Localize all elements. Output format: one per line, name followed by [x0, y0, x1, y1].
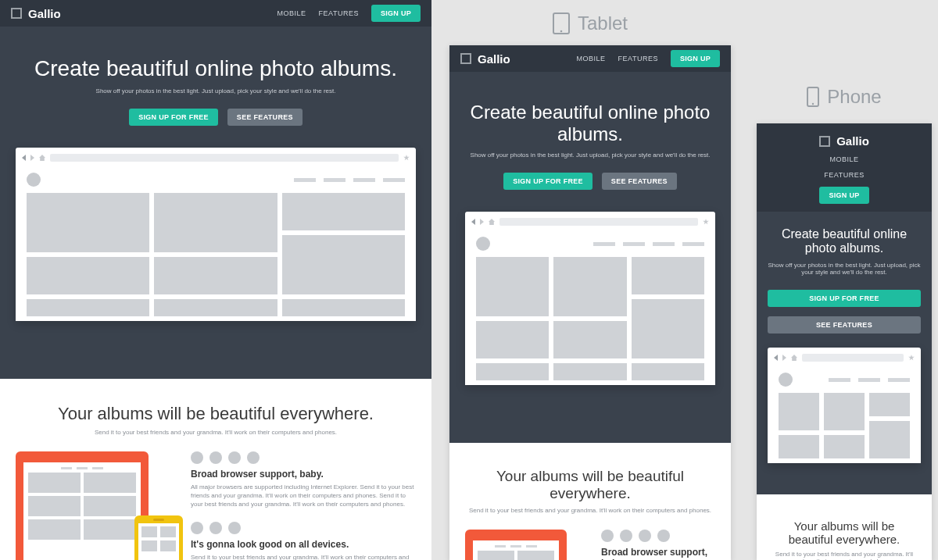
see-features-button[interactable]: SEE FEATURES — [768, 316, 921, 334]
safari-icon — [247, 451, 260, 464]
nav-placeholder — [294, 178, 405, 182]
section2-subline: Send it to your best friends and your gr… — [772, 551, 916, 560]
hero-headline: Create beautiful online photo albums. — [768, 227, 921, 255]
url-bar — [499, 218, 698, 226]
tablet-illustration — [465, 530, 567, 560]
phone-icon — [807, 87, 819, 107]
bookmark-star-icon — [403, 155, 410, 161]
brand-logo[interactable]: Gallio — [819, 134, 869, 148]
crop-icon — [11, 8, 22, 19]
home-icon — [489, 219, 495, 225]
nav-link-mobile[interactable]: MOBILE — [829, 155, 858, 163]
gallery-tile — [282, 235, 405, 294]
forward-icon — [30, 155, 34, 161]
viewport-label-tablet-text: Tablet — [578, 12, 628, 34]
feature-devices-title: It's gonna look good on all devices. — [191, 539, 416, 550]
gallery-tile — [282, 299, 405, 316]
avatar-placeholder-icon — [779, 373, 793, 387]
avatar-placeholder-icon — [476, 237, 490, 251]
viewport-phone: Gallio MOBILE FEATURES SIGN UP Create be… — [757, 123, 932, 560]
chrome-icon — [601, 530, 614, 542]
signup-button[interactable]: SIGN UP — [371, 5, 421, 22]
brand-name: Gallio — [478, 52, 510, 66]
browser-mockup — [465, 212, 715, 385]
feature-devices-body: Send it to your best friends and your gr… — [191, 553, 416, 560]
bookmark-star-icon — [908, 355, 915, 361]
signup-free-button[interactable]: SIGN UP FOR FREE — [768, 290, 921, 307]
site-header: Gallio MOBILE FEATURES SIGN UP — [0, 0, 431, 27]
back-icon — [471, 219, 475, 225]
site-header: Gallio MOBILE FEATURES SIGN UP — [449, 45, 731, 72]
crop-icon — [819, 136, 830, 147]
gallery-tile — [282, 193, 405, 230]
svg-point-3 — [812, 103, 814, 105]
nav-link-mobile[interactable]: MOBILE — [277, 9, 306, 17]
hero-cta-row: SIGN UP FOR FREE SEE FEATURES — [16, 109, 416, 126]
signup-button[interactable]: SIGN UP — [671, 50, 720, 67]
svg-point-1 — [560, 30, 563, 33]
viewport-tablet: Gallio MOBILE FEATURES SIGN UP Create be… — [449, 45, 731, 560]
see-features-button[interactable]: SEE FEATURES — [602, 173, 677, 190]
signup-free-button[interactable]: SIGN UP FOR FREE — [503, 173, 593, 190]
tablet-column: Tablet Gallio MOBILE FEATURES SIGN UP Cr… — [442, 0, 739, 560]
feature-browser-support: Broad browser support, baby. All major b… — [191, 451, 416, 509]
hero-subline: Show off your photos in the best light. … — [768, 262, 921, 276]
home-icon — [39, 155, 45, 161]
section-everywhere: Your albums will be beautiful everywhere… — [757, 494, 932, 560]
url-bar — [802, 354, 904, 362]
feature-browser-title: Broad browser support, baby. — [191, 469, 416, 480]
back-icon — [22, 155, 26, 161]
site-header: Gallio MOBILE FEATURES SIGN UP — [757, 123, 932, 212]
viewport-label-phone-text: Phone — [827, 86, 881, 108]
tablet-icon — [553, 12, 570, 34]
url-bar — [50, 154, 399, 162]
primary-nav: MOBILE FEATURES SIGN UP — [819, 155, 868, 204]
apple-icon — [191, 522, 203, 534]
section-everywhere: Your albums will be beautiful everywhere… — [449, 443, 731, 560]
section2-headline: Your albums will be beautiful everywhere… — [772, 519, 916, 546]
nav-link-mobile[interactable]: MOBILE — [577, 55, 606, 62]
devices-illustration — [16, 451, 172, 560]
feature-browser-support: Broad browser support, baby. All major b… — [601, 530, 715, 560]
see-features-button[interactable]: SEE FEATURES — [227, 109, 303, 126]
ie-icon — [228, 451, 241, 464]
brand-name: Gallio — [28, 7, 61, 20]
chrome-icon — [191, 451, 203, 464]
brand-name: Gallio — [836, 134, 869, 148]
section2-subline: Send it to your best friends and your gr… — [16, 429, 416, 436]
section2-subline: Send it to your best friends and your gr… — [465, 507, 715, 514]
safari-icon — [657, 530, 670, 542]
primary-nav: MOBILE FEATURES SIGN UP — [277, 5, 421, 22]
feature-browser-body: All major browsers are supported includi… — [191, 483, 416, 509]
nav-link-features[interactable]: FEATURES — [824, 171, 864, 179]
brand-logo[interactable]: Gallio — [11, 7, 61, 20]
gallery-mock — [22, 168, 410, 321]
hero-subline: Show off your photos in the best light. … — [465, 152, 715, 159]
browser-mockup — [768, 348, 921, 463]
nav-link-features[interactable]: FEATURES — [319, 9, 359, 17]
hero-headline: Create beautiful online photo albums. — [465, 102, 715, 145]
hero-section: Create beautiful online photo albums. Sh… — [0, 27, 431, 379]
brand-logo[interactable]: Gallio — [460, 52, 510, 66]
nav-link-features[interactable]: FEATURES — [618, 55, 658, 62]
signup-free-button[interactable]: SIGN UP FOR FREE — [129, 109, 218, 126]
android-icon — [209, 522, 222, 534]
phone-illustration — [134, 515, 183, 560]
hero-headline: Create beautiful online photo albums. — [16, 56, 416, 81]
primary-nav: MOBILE FEATURES SIGN UP — [577, 50, 720, 67]
section2-headline: Your albums will be beautiful everywhere… — [465, 468, 715, 502]
hero-section: Create beautiful online photo albums. Sh… — [757, 212, 932, 494]
viewport-desktop: Gallio MOBILE FEATURES SIGN UP Create be… — [0, 0, 431, 560]
phone-column: Phone Gallio MOBILE FEATURES SIGN UP Cre… — [750, 86, 938, 560]
ie-icon — [639, 530, 651, 542]
section-everywhere: Your albums will be beautiful everywhere… — [0, 379, 431, 560]
avatar-placeholder-icon — [27, 173, 41, 187]
viewport-label-phone: Phone — [750, 86, 938, 123]
features-column: Broad browser support, baby. All major b… — [191, 451, 416, 560]
feature-all-devices: It's gonna look good on all devices. Sen… — [191, 522, 416, 560]
firefox-icon — [209, 451, 222, 464]
browser-chrome-bar — [22, 154, 410, 162]
signup-button[interactable]: SIGN UP — [819, 187, 868, 204]
hero-subline: Show off your photos in the best light. … — [16, 87, 416, 95]
gallery-tile — [27, 299, 149, 316]
